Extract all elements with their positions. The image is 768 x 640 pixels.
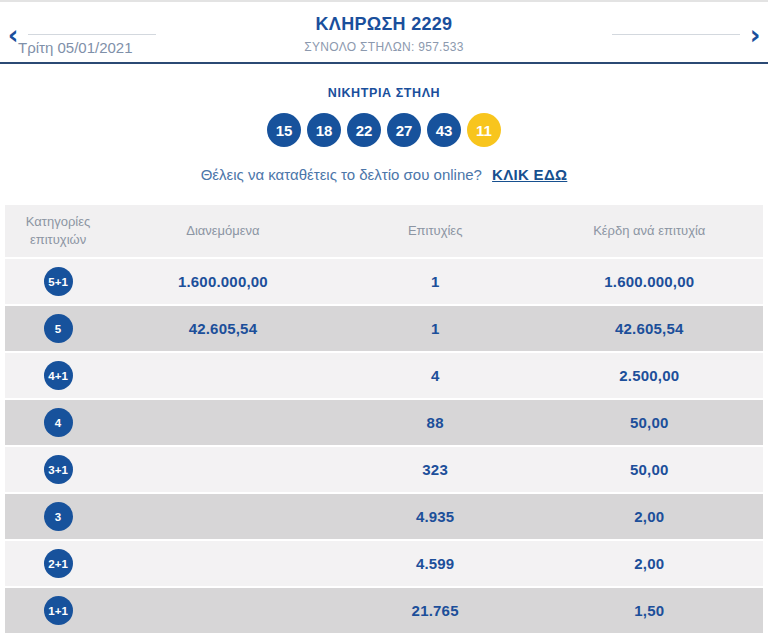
- total-columns-label: ΣΥΝΟΛΟ ΣΤΗΛΩΝ: 957.533: [0, 40, 768, 54]
- column-header: Διανεμόμενα: [111, 222, 335, 240]
- prize-cell: 2,00: [536, 508, 763, 525]
- chevron-right-icon: ›: [750, 22, 761, 48]
- category-ball: 4: [44, 408, 73, 437]
- column-header: Κατηγορίες επιτυχιών: [5, 213, 111, 248]
- winners-cell: 1: [335, 320, 536, 337]
- winners-cell: 4: [335, 367, 536, 384]
- prize-cell: 50,00: [536, 414, 763, 431]
- distributed-cell: 1.600.000,00: [111, 273, 335, 290]
- number-ball: 18: [307, 113, 341, 147]
- winning-numbers: 151822274311: [0, 113, 768, 147]
- online-cta: Θέλεις να καταθέτεις το δελτίο σου onlin…: [0, 166, 768, 183]
- winning-column-label: ΝΙΚΗΤΡΙΑ ΣΤΗΛΗ: [0, 86, 768, 100]
- winners-cell: 21.765: [335, 602, 536, 619]
- winners-cell: 323: [335, 461, 536, 478]
- winners-cell: 4.599: [335, 555, 536, 572]
- number-ball: 15: [267, 113, 301, 147]
- prize-cell: 1.600.000,00: [536, 273, 763, 290]
- column-header: Επιτυχίες: [335, 222, 536, 240]
- prize-cell: 2.500,00: [536, 367, 763, 384]
- category-cell: 5+1: [5, 267, 111, 296]
- category-cell: 5: [5, 314, 111, 343]
- table-row: 4+142.500,00: [5, 353, 763, 398]
- distributed-cell: 42.605,54: [111, 320, 335, 337]
- category-cell: 3: [5, 502, 111, 531]
- cta-text: Θέλεις να καταθέτεις το δελτίο σου onlin…: [201, 166, 482, 183]
- category-ball: 1+1: [44, 596, 73, 625]
- table-row: 5+11.600.000,0011.600.000,00: [5, 259, 763, 304]
- next-draw-button[interactable]: ›: [744, 22, 766, 48]
- category-cell: 3+1: [5, 455, 111, 484]
- category-cell: 1+1: [5, 596, 111, 625]
- table-row: 48850,00: [5, 400, 763, 445]
- table-row: 1+121.7651,50: [5, 588, 763, 633]
- number-ball: 27: [387, 113, 421, 147]
- table-row: 2+14.5992,00: [5, 541, 763, 586]
- category-ball: 4+1: [44, 361, 73, 390]
- category-ball: 3: [44, 502, 73, 531]
- category-cell: 4: [5, 408, 111, 437]
- click-here-link[interactable]: ΚΛΙΚ ΕΔΩ: [492, 166, 567, 183]
- number-ball: 43: [427, 113, 461, 147]
- column-header: Κέρδη ανά επιτυχία: [536, 222, 763, 240]
- draw-header: ‹ Τρίτη 05/01/2021 ΚΛΗΡΩΣΗ 2229 ΣΥΝΟΛΟ Σ…: [0, 0, 768, 64]
- table-row: 3+132350,00: [5, 447, 763, 492]
- category-ball: 5+1: [44, 267, 73, 296]
- category-cell: 2+1: [5, 549, 111, 578]
- table-header-row: Κατηγορίες επιτυχιώνΔιανεμόμεναΕπιτυχίες…: [5, 205, 763, 257]
- winners-cell: 4.935: [335, 508, 536, 525]
- category-ball: 5: [44, 314, 73, 343]
- winners-cell: 88: [335, 414, 536, 431]
- table-body: 5+11.600.000,0011.600.000,00542.605,5414…: [5, 259, 763, 633]
- winners-cell: 1: [335, 273, 536, 290]
- table-row: 542.605,54142.605,54: [5, 306, 763, 351]
- prize-cell: 50,00: [536, 461, 763, 478]
- draw-title: ΚΛΗΡΩΣΗ 2229: [0, 14, 768, 35]
- prize-cell: 1,50: [536, 602, 763, 619]
- category-ball: 2+1: [44, 549, 73, 578]
- prize-cell: 2,00: [536, 555, 763, 572]
- table-row: 34.9352,00: [5, 494, 763, 539]
- prize-cell: 42.605,54: [536, 320, 763, 337]
- results-table: Κατηγορίες επιτυχιώνΔιανεμόμεναΕπιτυχίες…: [5, 205, 763, 633]
- category-ball: 3+1: [44, 455, 73, 484]
- bonus-number-ball: 11: [467, 113, 501, 147]
- header-divider-right: [612, 34, 740, 35]
- number-ball: 22: [347, 113, 381, 147]
- category-cell: 4+1: [5, 361, 111, 390]
